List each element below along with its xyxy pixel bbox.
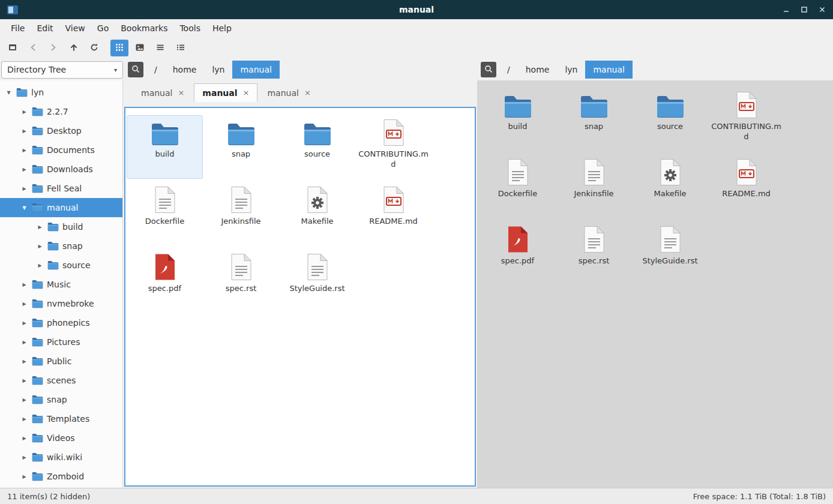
expander-closed-icon[interactable]: ▶ [20,167,28,172]
tab-close-icon[interactable]: × [304,88,311,97]
breadcrumb-root[interactable]: / [146,61,165,79]
file-item-dockerfile[interactable]: Dockerfile [480,155,556,218]
tree-item-downloads[interactable]: ▶Downloads [0,160,122,179]
icon-view-button[interactable] [110,40,128,56]
file-item-makefile[interactable]: Makefile [632,155,708,218]
menu-tools[interactable]: Tools [173,21,206,35]
tab-close-icon[interactable]: × [178,88,184,97]
search-button[interactable] [128,62,143,77]
expander-closed-icon[interactable]: ▶ [20,378,28,383]
file-item-spec.pdf[interactable]: spec.pdf [127,250,203,313]
file-item-spec.rst[interactable]: spec.rst [556,222,632,286]
expander-closed-icon[interactable]: ▶ [20,301,28,307]
menu-file[interactable]: File [5,21,31,35]
file-view-right[interactable]: buildsnapsourceCONTRIBUTING.mdDockerfile… [477,80,833,488]
maximize-button[interactable] [801,6,808,13]
expander-closed-icon[interactable]: ▶ [20,340,28,345]
menu-help[interactable]: Help [206,21,238,35]
file-view-left[interactable]: buildsnapsourceCONTRIBUTING.mdDockerfile… [124,107,476,487]
compact-view-button[interactable] [151,40,169,56]
file-item-readme.md[interactable]: README.md [708,155,784,218]
refresh-button[interactable] [85,40,103,56]
sidebar-mode-select[interactable]: Directory Tree ▾ [1,61,123,79]
breadcrumb-segment-manual[interactable]: manual [232,61,279,79]
file-item-jenkinsfile[interactable]: Jenkinsfile [556,155,632,218]
expander-closed-icon[interactable]: ▶ [36,263,44,268]
back-button[interactable] [24,40,42,56]
tree-item-documents[interactable]: ▶Documents [0,140,122,160]
expander-closed-icon[interactable]: ▶ [20,436,28,441]
tree-item-lyn[interactable]: ▼lyn [0,83,122,102]
file-item-source[interactable]: source [632,88,708,151]
tree-item-templates[interactable]: ▶Templates [0,409,122,428]
expander-closed-icon[interactable]: ▶ [20,282,28,287]
menu-view[interactable]: View [59,21,91,35]
file-item-build[interactable]: build [480,88,556,151]
expander-closed-icon[interactable]: ▶ [36,244,44,249]
search-button[interactable] [481,62,496,77]
breadcrumb-segment-lyn[interactable]: lyn [204,61,232,79]
expander-closed-icon[interactable]: ▶ [20,128,28,134]
close-button[interactable] [819,6,826,13]
minimize-button[interactable] [783,6,790,13]
file-item-spec.rst[interactable]: spec.rst [203,250,279,313]
expander-closed-icon[interactable]: ▶ [20,359,28,364]
menu-edit[interactable]: Edit [31,21,59,35]
file-item-styleguide.rst[interactable]: StyleGuide.rst [632,222,708,286]
tree-item-music[interactable]: ▶Music [0,275,122,294]
file-item-snap[interactable]: snap [556,88,632,151]
tree-item-snap[interactable]: ▶snap [0,236,122,256]
tree-item-fell-seal[interactable]: ▶Fell Seal [0,179,122,198]
tab-manual-1[interactable]: manual× [133,83,193,102]
menu-bookmarks[interactable]: Bookmarks [115,21,173,35]
file-item-spec.pdf[interactable]: spec.pdf [480,222,556,286]
expander-closed-icon[interactable]: ▶ [20,474,28,479]
breadcrumb-segment-home[interactable]: home [165,61,205,79]
file-item-makefile[interactable]: Makefile [279,182,355,246]
file-item-source[interactable]: source [279,115,355,179]
file-item-contributing.md[interactable]: CONTRIBUTING.md [708,88,784,151]
forward-button[interactable] [44,40,62,56]
file-item-contributing.md[interactable]: CONTRIBUTING.md [355,115,432,179]
breadcrumb-root[interactable]: / [499,61,518,79]
tree-item-snap[interactable]: ▶snap [0,390,122,409]
tree-item-videos[interactable]: ▶Videos [0,428,122,448]
file-item-dockerfile[interactable]: Dockerfile [127,182,203,246]
expander-closed-icon[interactable]: ▶ [20,320,28,326]
detailed-list-view-button[interactable] [172,40,190,56]
expander-closed-icon[interactable]: ▶ [36,224,44,230]
tree-item-zomboid[interactable]: ▶Zomboid [0,467,122,486]
tree-item-wiki.wiki[interactable]: ▶wiki.wiki [0,448,122,467]
expander-closed-icon[interactable]: ▶ [20,455,28,460]
expander-closed-icon[interactable]: ▶ [20,109,28,115]
expander-closed-icon[interactable]: ▶ [20,397,28,403]
expander-closed-icon[interactable]: ▶ [20,416,28,422]
tab-close-icon[interactable]: × [243,88,250,97]
expander-closed-icon[interactable]: ▶ [20,148,28,153]
tab-manual-2[interactable]: manual× [194,83,257,102]
up-button[interactable] [65,40,83,56]
file-item-readme.md[interactable]: README.md [355,182,432,246]
tree-item-2.2.7[interactable]: ▶2.2.7 [0,102,122,121]
thumbnail-view-button[interactable] [131,40,149,56]
breadcrumb-segment-home[interactable]: home [518,61,558,79]
tree-item-pictures[interactable]: ▶Pictures [0,332,122,352]
tree-item-source[interactable]: ▶source [0,256,122,275]
file-item-snap[interactable]: snap [203,115,279,179]
tree-item-desktop[interactable]: ▶Desktop [0,121,122,140]
tree-item-scenes[interactable]: ▶scenes [0,371,122,390]
new-window-button[interactable] [4,40,22,56]
breadcrumb-segment-manual[interactable]: manual [585,61,632,79]
file-item-styleguide.rst[interactable]: StyleGuide.rst [279,250,355,313]
file-item-build[interactable]: build [127,115,203,179]
tree-item-nvmebroke[interactable]: ▶nvmebroke [0,294,122,313]
breadcrumb-segment-lyn[interactable]: lyn [557,61,585,79]
tree-item-build[interactable]: ▶build [0,217,122,236]
tree-item-manual[interactable]: ▼manual [0,198,122,217]
tree-item-phonepics[interactable]: ▶phonepics [0,313,122,332]
tree-item-public[interactable]: ▶Public [0,352,122,371]
file-item-jenkinsfile[interactable]: Jenkinsfile [203,182,279,246]
expander-open-icon[interactable]: ▼ [20,205,28,211]
expander-closed-icon[interactable]: ▶ [20,186,28,191]
expander-open-icon[interactable]: ▼ [5,90,13,95]
